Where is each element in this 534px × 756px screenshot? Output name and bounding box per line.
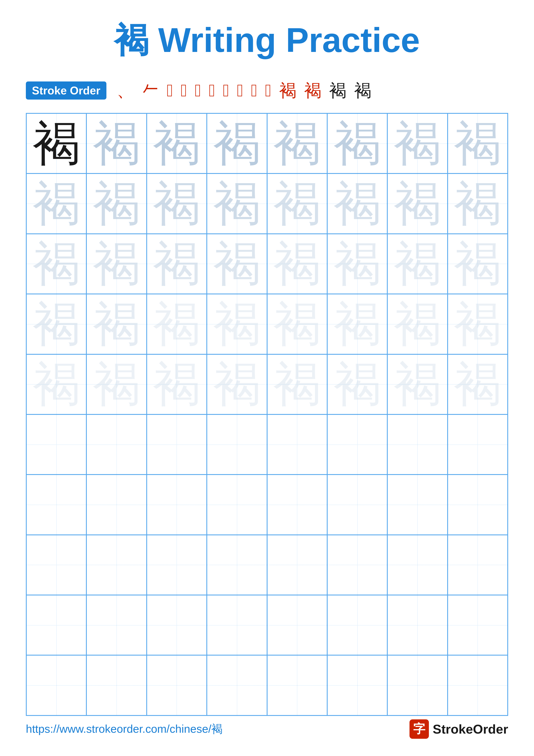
stroke-order-badge: Stroke Order (26, 81, 106, 99)
grid-cell-empty (147, 595, 207, 655)
grid-cell: 褐 (26, 234, 87, 294)
practice-char: 褐 (33, 300, 80, 348)
grid-cell: 褐 (267, 354, 327, 415)
grid-cell: 褐 (26, 174, 87, 233)
grid-cell-empty (207, 535, 267, 595)
practice-char: 褐 (394, 180, 441, 228)
grid-cell-empty (87, 595, 146, 655)
grid-cell-empty (147, 535, 207, 595)
stroke-13: 褐 (329, 81, 346, 100)
grid-cell-empty (26, 474, 87, 535)
practice-char: 褐 (33, 240, 80, 287)
stroke-4: 𠂇 (181, 81, 187, 100)
grid-cell-empty (387, 535, 447, 595)
grid-cell-empty (207, 415, 267, 474)
practice-char: 褐 (213, 180, 261, 228)
practice-char: 褐 (153, 180, 200, 228)
grid-cell: 褐 (387, 294, 447, 354)
grid-cell: 褐 (447, 354, 508, 415)
practice-char: 褐 (33, 120, 80, 167)
stroke-11: 褐 (279, 81, 296, 100)
grid-cell: 褐 (447, 234, 508, 294)
stroke-8: 𠀪 (237, 81, 243, 100)
footer-logo: 字 StrokeOrder (410, 719, 508, 739)
grid-cell-empty (447, 595, 508, 655)
grid-cell: 褐 (87, 354, 146, 415)
grid-cell: 褐 (147, 294, 207, 354)
page-title: 褐 Writing Practice (114, 21, 420, 59)
grid-cell-empty (147, 474, 207, 535)
practice-char: 褐 (454, 361, 501, 408)
practice-char: 褐 (213, 120, 261, 167)
footer-url: https://www.strokeorder.com/chinese/褐 (26, 721, 222, 737)
grid-cell: 褐 (267, 234, 327, 294)
practice-char: 褐 (454, 120, 501, 167)
practice-char: 褐 (394, 120, 441, 167)
logo-char: 字 (413, 721, 425, 737)
logo-icon: 字 (410, 719, 429, 739)
stroke-2: 𠂉 (142, 81, 159, 100)
practice-char: 褐 (334, 120, 381, 167)
grid-cell: 褐 (87, 113, 146, 174)
logo-brand: StrokeOrder (433, 722, 508, 737)
grid-cell: 褐 (327, 234, 387, 294)
grid-cell-empty (447, 474, 508, 535)
grid-cell: 褐 (26, 354, 87, 415)
grid-cell-empty (447, 535, 508, 595)
practice-char: 褐 (394, 300, 441, 348)
grid-cell: 褐 (87, 294, 146, 354)
grid-cell-empty (207, 655, 267, 715)
grid-cell: 褐 (147, 354, 207, 415)
practice-grid: 褐 褐 褐 褐 褐 褐 褐 褐 褐 褐 褐 褐 褐 褐 褐 褐 褐 褐 褐 褐 … (26, 113, 508, 716)
grid-cell-empty (267, 655, 327, 715)
grid-cell-empty (267, 535, 327, 595)
grid-cell-empty (447, 415, 508, 474)
grid-cell: 褐 (207, 174, 267, 233)
practice-char: 褐 (33, 180, 80, 228)
practice-char: 褐 (213, 240, 261, 287)
practice-char: 褐 (93, 300, 140, 348)
grid-cell: 褐 (387, 354, 447, 415)
grid-cell-empty (26, 595, 87, 655)
grid-cell-empty (147, 655, 207, 715)
grid-cell-empty (26, 655, 87, 715)
practice-char: 褐 (273, 240, 321, 287)
stroke-10: 𠀪 (265, 81, 271, 100)
grid-cell: 褐 (327, 294, 387, 354)
practice-char: 褐 (33, 361, 80, 408)
stroke-14: 褐 (354, 81, 371, 100)
practice-char: 褐 (334, 180, 381, 228)
practice-char: 褐 (153, 361, 200, 408)
grid-cell-empty (387, 474, 447, 535)
grid-cell: 褐 (87, 234, 146, 294)
stroke-7: 𠀪 (223, 81, 229, 100)
grid-cell-empty (327, 535, 387, 595)
grid-cell-empty (207, 595, 267, 655)
practice-char: 褐 (93, 120, 140, 167)
page: 褐 Writing Practice Stroke Order 、 𠂉 𠂇 𠂇 … (0, 0, 534, 756)
practice-char: 褐 (153, 300, 200, 348)
grid-cell-empty (26, 535, 87, 595)
practice-char: 褐 (93, 361, 140, 408)
grid-cell: 褐 (26, 113, 87, 174)
grid-cell-empty (26, 415, 87, 474)
practice-char: 褐 (93, 240, 140, 287)
grid-cell: 褐 (147, 113, 207, 174)
practice-char: 褐 (153, 120, 200, 167)
grid-cell: 褐 (207, 113, 267, 174)
grid-cell-empty (387, 595, 447, 655)
grid-cell-empty (267, 415, 327, 474)
grid-cell: 褐 (207, 294, 267, 354)
grid-cell: 褐 (327, 113, 387, 174)
stroke-order-section: Stroke Order 、 𠂉 𠂇 𠂇 𠂇 𠂇 𠀪 𠀪 𠀪 𠀪 褐 褐 褐 褐 (26, 81, 508, 100)
grid-cell-empty (447, 655, 508, 715)
grid-cell-empty (87, 535, 146, 595)
footer: https://www.strokeorder.com/chinese/褐 字 … (26, 719, 508, 739)
practice-char: 褐 (454, 300, 501, 348)
stroke-3: 𠂇 (167, 81, 173, 100)
grid-cell-empty (207, 474, 267, 535)
title-section: 褐 Writing Practice (26, 17, 508, 64)
grid-cell: 褐 (267, 294, 327, 354)
practice-char: 褐 (153, 240, 200, 287)
grid-cell-empty (327, 474, 387, 535)
